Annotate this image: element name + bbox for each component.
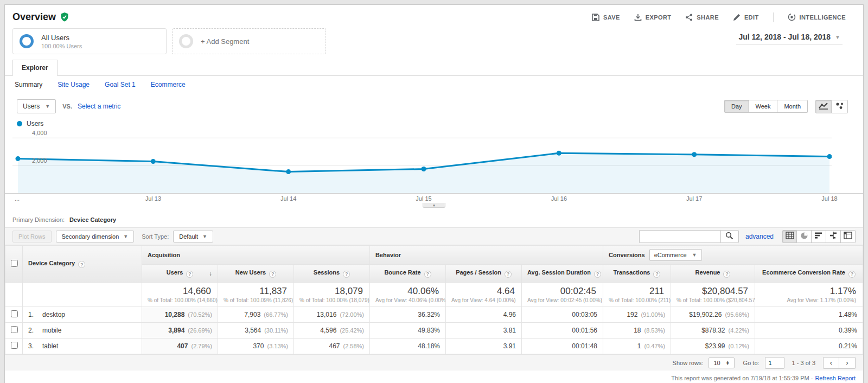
column-header-sessions[interactable]: Sessions [294, 265, 370, 283]
granularity-week-button[interactable]: Week [749, 100, 778, 113]
chevron-left-icon: ‹ [830, 359, 832, 367]
export-button[interactable]: EXPORT [634, 14, 672, 21]
generated-text: This report was generated on 7/19/18 at … [671, 375, 813, 381]
device-category-value: mobile [42, 327, 61, 334]
chart-collapse-handle[interactable] [423, 203, 445, 208]
intelligence-button[interactable]: INTELLIGENCE [788, 13, 846, 21]
add-segment-label: + Add Segment [201, 37, 249, 46]
segment-bar: All Users 100.00% Users + Add Segment Ju… [5, 26, 863, 60]
motion-chart-view-button[interactable] [832, 100, 848, 113]
help-icon[interactable] [343, 271, 350, 278]
help-icon[interactable] [424, 271, 431, 278]
show-rows-selector[interactable]: 10 ▲▼ [709, 358, 734, 368]
line-chart-view-button[interactable] [815, 100, 832, 113]
x-axis-tick-label: Jul 16 [542, 195, 575, 202]
metric-selector[interactable]: Users ▼ [17, 99, 56, 113]
users-over-time-chart[interactable]: 2,0004,000 ...Jul 13Jul 14Jul 15Jul 16Ju… [5, 130, 863, 208]
users-series-dot-icon [17, 121, 22, 126]
segment-all-users[interactable]: All Users 100.00% Users [12, 28, 167, 54]
primary-dimension-row: Primary Dimension: Device Category [5, 208, 863, 227]
table-toolbar: Plot Rows Secondary dimension ▼ Sort Typ… [5, 227, 863, 245]
comparison-view-button[interactable] [826, 230, 841, 243]
chevron-down-icon: ▼ [45, 104, 50, 109]
subtab-ecommerce[interactable]: Ecommerce [151, 81, 186, 88]
column-header-bounce-rate[interactable]: Bounce Rate [370, 265, 446, 283]
column-header-transactions[interactable]: Transactions [603, 265, 671, 283]
secondary-dimension-button[interactable]: Secondary dimension ▼ [56, 231, 135, 242]
date-range-selector[interactable]: Jul 12, 2018 - Jul 18, 2018 ▼ [736, 28, 843, 45]
search-button[interactable] [720, 230, 739, 243]
chevron-right-icon: › [846, 359, 848, 367]
sort-type-selector[interactable]: Default ▼ [173, 231, 213, 242]
help-icon[interactable] [653, 271, 660, 278]
column-header-ecommerce-conversion-rate[interactable]: Ecommerce Conversion Rate [755, 265, 863, 283]
help-icon[interactable] [186, 271, 193, 278]
edit-button[interactable]: EDIT [733, 14, 759, 21]
tab-explorer[interactable]: Explorer [12, 60, 58, 76]
help-icon[interactable] [269, 271, 276, 278]
totals-pages-session: 4.64Avg for View: 4.64 (0.00%) [446, 283, 522, 307]
goto-page-input[interactable] [765, 357, 784, 369]
save-icon [592, 14, 599, 21]
column-header-new-users[interactable]: New Users [218, 265, 294, 283]
help-icon[interactable] [505, 271, 512, 278]
advanced-search-link[interactable]: advanced [745, 233, 774, 240]
segment-subtitle: 100.00% Users [41, 43, 82, 49]
help-icon[interactable] [723, 271, 730, 278]
totals-sessions: 18,079% of Total: 100.00% (18,079) [294, 283, 370, 307]
row-checkbox[interactable] [11, 310, 18, 317]
show-rows-label: Show rows: [673, 360, 704, 366]
group-header-conversions: Conversions eCommerce ▼ [603, 246, 863, 265]
table-grid-icon [786, 232, 794, 241]
help-icon[interactable] [594, 271, 601, 278]
previous-page-button[interactable]: ‹ [823, 357, 839, 369]
percentage-view-button[interactable] [797, 230, 812, 243]
plot-rows-button[interactable]: Plot Rows [12, 231, 52, 242]
chevron-down-icon: ▼ [202, 234, 207, 239]
table-row-tablet: 3.tablet 407(2.79%) 370(3.13%) 467(2.58%… [5, 339, 863, 354]
help-icon[interactable] [78, 261, 85, 268]
chart-plot-area[interactable]: 2,0004,000 [12, 130, 863, 193]
table-search: advanced [639, 230, 856, 243]
segment-donut-placeholder-icon [179, 34, 193, 48]
next-page-button[interactable]: › [839, 357, 856, 369]
sort-descending-icon: ↓ [209, 270, 212, 277]
help-icon[interactable] [848, 271, 856, 278]
pivot-view-button[interactable] [841, 230, 856, 243]
device-category-value: desktop [42, 311, 65, 318]
chart-type-toggle [815, 100, 848, 113]
search-input[interactable] [639, 230, 720, 243]
metric-bar: Users ▼ VS. Select a metric Day Week Mon… [5, 93, 863, 116]
granularity-day-button[interactable]: Day [724, 100, 749, 113]
report-header: Overview SAVE EXPORT SHARE EDIT [5, 5, 863, 26]
primary-dimension-device-category[interactable]: Device Category [69, 216, 116, 223]
column-header-pages-session[interactable]: Pages / Session [446, 265, 522, 283]
subtab-summary[interactable]: Summary [15, 81, 42, 88]
column-header-avg-session-duration[interactable]: Avg. Session Duration [522, 265, 603, 283]
performance-view-button[interactable] [812, 230, 826, 243]
add-segment-button[interactable]: + Add Segment [172, 28, 326, 54]
chevron-down-icon: ▼ [123, 234, 128, 239]
totals-users: 14,660% of Total: 100.00% (14,660) [142, 283, 218, 307]
group-header-acquisition: Acquisition [142, 246, 370, 265]
chevron-down-icon: ▼ [835, 34, 840, 40]
x-axis-tick-label: Jul 14 [272, 195, 305, 202]
column-header-device-category[interactable]: Device Category [23, 246, 142, 283]
subtab-goal-set-1[interactable]: Goal Set 1 [105, 81, 136, 88]
subtab-site-usage[interactable]: Site Usage [58, 81, 90, 88]
column-header-users[interactable]: Users↓ [142, 265, 218, 283]
row-checkbox[interactable] [11, 342, 18, 349]
segment-name: All Users [41, 34, 82, 42]
refresh-report-link[interactable]: Refresh Report [815, 375, 856, 381]
column-header-revenue[interactable]: Revenue [671, 265, 755, 283]
data-view-button[interactable] [782, 230, 797, 243]
conversions-goal-selector[interactable]: eCommerce ▼ [649, 249, 702, 261]
granularity-month-button[interactable]: Month [777, 100, 808, 113]
row-checkbox[interactable] [11, 326, 18, 333]
save-button[interactable]: SAVE [592, 14, 620, 21]
y-axis-tick-label: 4,000 [32, 130, 47, 136]
share-button[interactable]: SHARE [685, 14, 719, 21]
table-view-toggle [782, 230, 856, 243]
select-all-checkbox[interactable] [11, 260, 18, 267]
select-a-metric-link[interactable]: Select a metric [78, 103, 120, 110]
